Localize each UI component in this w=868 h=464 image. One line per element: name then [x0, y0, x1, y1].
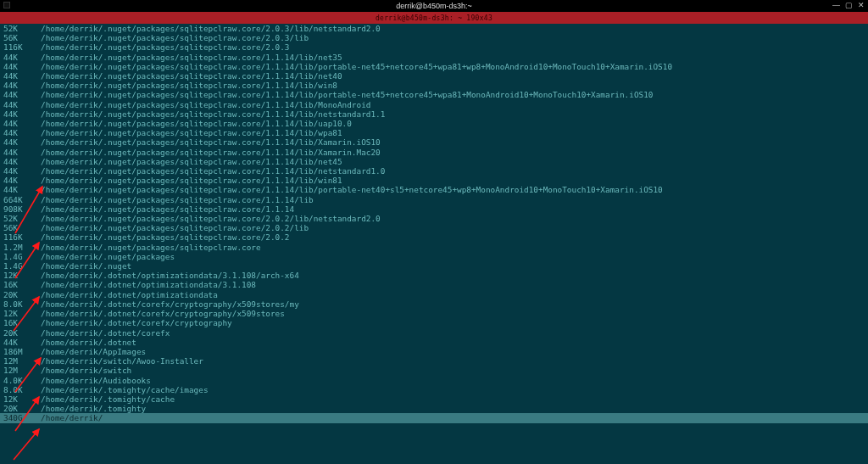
size-value: 44K — [0, 148, 34, 157]
maximize-button[interactable]: ▢ — [845, 1, 853, 9]
size-value: 52K — [0, 24, 34, 33]
size-value: 52K — [0, 214, 34, 223]
size-value: 340G — [0, 413, 34, 422]
output-row: 16K/home/derrik/.dotnet/corefx/cryptogra… — [0, 318, 868, 327]
path-value: /home/derrik/switch/Awoo-Installer — [41, 356, 868, 366]
output-row: 52K/home/derrik/.nuget/packages/sqlitepc… — [0, 24, 868, 33]
output-row: 116K/home/derrik/.nuget/packages/sqlitep… — [0, 42, 868, 52]
size-value: 12K — [0, 394, 34, 404]
output-row: 44K/home/derrik/.dotnet — [0, 338, 868, 347]
output-row: 16K/home/derrik/.dotnet/optimizationdata… — [0, 280, 868, 289]
size-value: 116K — [0, 42, 34, 52]
size-value: 20K — [0, 404, 34, 413]
size-value: 116K — [0, 232, 34, 242]
path-value: /home/derrik/.nuget/packages/sqlitepclra… — [41, 100, 868, 109]
output-row: 56K/home/derrik/.nuget/packages/sqlitepc… — [0, 223, 868, 232]
output-row: 8.0K/home/derrik/.tomighty/cache/images — [0, 385, 868, 394]
size-value: 44K — [0, 109, 34, 119]
output-row: 908K/home/derrik/.nuget/packages/sqlitep… — [0, 204, 868, 214]
size-value: 44K — [0, 71, 34, 81]
size-value: 44K — [0, 157, 34, 166]
size-value: 44K — [0, 166, 34, 176]
terminal-tab-label: derrik@b450m-ds3h: ~ 190x43 — [376, 14, 492, 22]
size-value: 56K — [0, 33, 34, 42]
size-value: 20K — [0, 290, 34, 299]
path-value: /home/derrik/.nuget/packages/sqlitepclra… — [41, 214, 868, 223]
path-value: /home/derrik/.nuget/packages/sqlitepclra… — [41, 109, 868, 119]
window-title: derrik@b450m-ds3h:~ — [396, 2, 471, 10]
path-value: /home/derrik/.dotnet/optimizationdata/3.… — [41, 280, 868, 289]
path-value: /home/derrik/.nuget/packages/sqlitepclra… — [41, 223, 868, 232]
size-value: 56K — [0, 223, 34, 232]
path-value: /home/derrik/.nuget/packages — [41, 252, 868, 261]
size-value: 16K — [0, 280, 34, 289]
minimize-button[interactable]: — — [832, 1, 840, 9]
path-value: /home/derrik/.dotnet/corefx — [41, 328, 868, 338]
output-row: 44K/home/derrik/.nuget/packages/sqlitepc… — [0, 185, 868, 194]
size-value: 20K — [0, 328, 34, 338]
path-value: /home/derrik/.nuget/packages/sqlitepclra… — [41, 33, 868, 42]
size-value: 44K — [0, 119, 34, 128]
size-value: 44K — [0, 128, 34, 137]
size-value: 44K — [0, 137, 34, 147]
output-row: 1.4G/home/derrik/.nuget/packages — [0, 252, 868, 261]
path-value: /home/derrik/.tomighty/cache — [41, 394, 868, 404]
path-value: /home/derrik/.nuget/packages/sqlitepclra… — [41, 176, 868, 185]
output-row: 44K/home/derrik/.nuget/packages/sqlitepc… — [0, 157, 868, 166]
output-row: 116K/home/derrik/.nuget/packages/sqlitep… — [0, 232, 868, 242]
path-value: /home/derrik/.nuget/packages/sqlitepclra… — [41, 62, 868, 71]
path-value: /home/derrik/.nuget/packages/sqlitepclra… — [41, 157, 868, 166]
path-value: /home/derrik/.dotnet/corefx/cryptography — [41, 318, 868, 327]
size-value: 664K — [0, 195, 34, 204]
output-row: 20K/home/derrik/.tomighty — [0, 404, 868, 413]
path-value: /home/derrik/ — [41, 413, 868, 422]
app-icon — [3, 2, 10, 8]
output-row: 20K/home/derrik/.dotnet/corefx — [0, 328, 868, 338]
size-value: 1.2M — [0, 243, 34, 252]
output-row: 44K/home/derrik/.nuget/packages/sqlitepc… — [0, 100, 868, 109]
path-value: /home/derrik/.nuget/packages/sqlitepclra… — [41, 119, 868, 128]
output-row: 44K/home/derrik/.nuget/packages/sqlitepc… — [0, 53, 868, 62]
output-row: 44K/home/derrik/.nuget/packages/sqlitepc… — [0, 137, 868, 147]
output-row: 12K/home/derrik/.dotnet/optimizationdata… — [0, 271, 868, 280]
size-value: 44K — [0, 90, 34, 99]
close-button[interactable]: ✕ — [858, 1, 865, 9]
size-value: 44K — [0, 176, 34, 185]
path-value: /home/derrik/.dotnet/corefx/cryptography… — [41, 309, 868, 318]
size-value: 4.0K — [0, 376, 34, 385]
output-row: 12M/home/derrik/switch/Awoo-Installer — [0, 356, 868, 366]
size-value: 8.0K — [0, 299, 34, 309]
output-row: 56K/home/derrik/.nuget/packages/sqlitepc… — [0, 33, 868, 42]
output-row: 44K/home/derrik/.nuget/packages/sqlitepc… — [0, 81, 868, 90]
output-row: 44K/home/derrik/.nuget/packages/sqlitepc… — [0, 119, 868, 128]
size-value: 12K — [0, 271, 34, 280]
output-row: 52K/home/derrik/.nuget/packages/sqlitepc… — [0, 214, 868, 223]
output-row: 44K/home/derrik/.nuget/packages/sqlitepc… — [0, 90, 868, 99]
size-value: 44K — [0, 62, 34, 71]
output-row: 12M/home/derrik/switch — [0, 366, 868, 375]
terminal-output[interactable]: 52K/home/derrik/.nuget/packages/sqlitepc… — [0, 24, 868, 464]
window-titlebar[interactable]: derrik@b450m-ds3h:~ — ▢ ✕ — [0, 0, 868, 12]
path-value: /home/derrik/.nuget/packages/sqlitepclra… — [41, 232, 868, 242]
output-row: 44K/home/derrik/.nuget/packages/sqlitepc… — [0, 62, 868, 71]
path-value: /home/derrik/.nuget/packages/sqlitepclra… — [41, 81, 868, 90]
path-value: /home/derrik/.tomighty — [41, 404, 868, 413]
terminal-window: derrik@b450m-ds3h:~ — ▢ ✕ derrik@b450m-d… — [0, 0, 868, 464]
path-value: /home/derrik/.nuget/packages/sqlitepclra… — [41, 195, 868, 204]
path-value: /home/derrik/.dotnet/optimizationdata — [41, 290, 868, 299]
path-value: /home/derrik/switch — [41, 366, 868, 375]
output-row: 44K/home/derrik/.nuget/packages/sqlitepc… — [0, 176, 868, 185]
size-value: 186M — [0, 347, 34, 356]
path-value: /home/derrik/.tomighty/cache/images — [41, 385, 868, 394]
output-row: 4.0K/home/derrik/Audiobooks — [0, 376, 868, 385]
output-row: 44K/home/derrik/.nuget/packages/sqlitepc… — [0, 71, 868, 81]
path-value: /home/derrik/.nuget — [41, 261, 868, 271]
path-value: /home/derrik/Audiobooks — [41, 376, 868, 385]
path-value: /home/derrik/.nuget/packages/sqlitepclra… — [41, 185, 868, 194]
size-value: 44K — [0, 53, 34, 62]
terminal-tab[interactable]: derrik@b450m-ds3h: ~ 190x43 — [0, 12, 868, 24]
output-row: 12K/home/derrik/.tomighty/cache — [0, 394, 868, 404]
size-value: 12M — [0, 366, 34, 375]
path-value: /home/derrik/.nuget/packages/sqlitepclra… — [41, 148, 868, 157]
output-row: 1.2M/home/derrik/.nuget/packages/sqlitep… — [0, 243, 868, 252]
